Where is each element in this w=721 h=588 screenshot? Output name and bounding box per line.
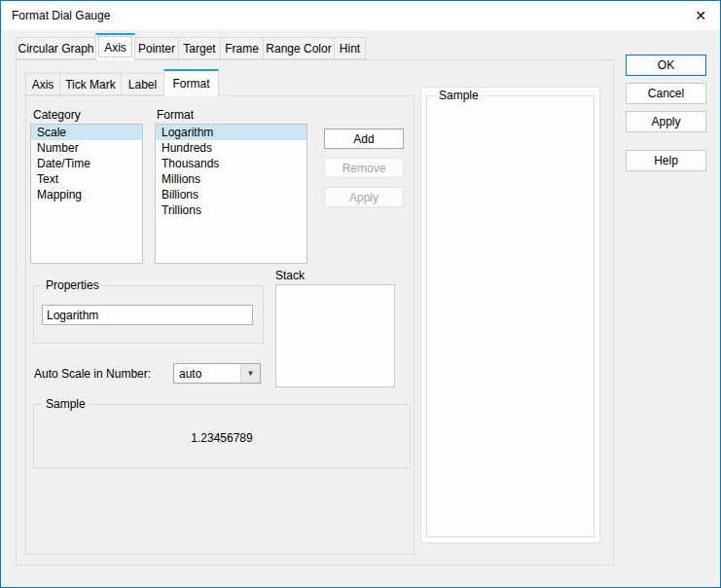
titlebar: Format Dial Gauge ✕ bbox=[1, 1, 720, 30]
tab-circular-graph[interactable]: Circular Graph bbox=[16, 37, 96, 59]
apply-format-button[interactable]: Apply bbox=[324, 187, 404, 207]
tab-label: Hint bbox=[340, 42, 360, 55]
tab-frame[interactable]: Frame bbox=[220, 37, 264, 59]
close-button[interactable]: ✕ bbox=[684, 1, 717, 29]
auto-scale-label: Auto Scale in Number: bbox=[34, 367, 151, 381]
subtab-label[interactable]: Label bbox=[121, 73, 164, 95]
cancel-button[interactable]: Cancel bbox=[626, 83, 706, 104]
properties-group-label: Properties bbox=[42, 278, 103, 292]
tab-label: Axis bbox=[104, 41, 126, 55]
properties-input[interactable] bbox=[42, 305, 253, 325]
apply-button[interactable]: Apply bbox=[626, 111, 706, 132]
preview-panel: Sample bbox=[420, 87, 600, 543]
auto-scale-value: auto bbox=[174, 367, 240, 381]
tab-label: Circular Graph bbox=[18, 42, 93, 55]
subtab-format[interactable]: Format bbox=[163, 69, 219, 96]
category-item[interactable]: Text bbox=[31, 171, 142, 187]
category-listbox[interactable]: Scale Number Date/Time Text Mapping bbox=[30, 124, 143, 264]
category-label: Category bbox=[33, 108, 81, 122]
sample-value: 1.23456789 bbox=[34, 431, 410, 445]
remove-button[interactable]: Remove bbox=[324, 158, 404, 178]
window-title: Format Dial Gauge bbox=[12, 1, 110, 30]
tab-label: Target bbox=[183, 42, 215, 55]
format-label: Format bbox=[157, 108, 194, 122]
help-button[interactable]: Help bbox=[626, 150, 706, 171]
tab-pointer[interactable]: Pointer bbox=[134, 37, 179, 59]
tab-label: Pointer bbox=[138, 42, 175, 55]
subtab-tick-mark[interactable]: Tick Mark bbox=[59, 73, 122, 95]
tab-range-color[interactable]: Range Color bbox=[263, 37, 335, 59]
format-listbox[interactable]: Logarithm Hundreds Thousands Millions Bi… bbox=[155, 124, 307, 264]
format-item[interactable]: Thousands bbox=[156, 156, 306, 171]
subtab-label: Axis bbox=[32, 78, 54, 92]
format-item[interactable]: Logarithm bbox=[156, 125, 306, 140]
tab-target[interactable]: Target bbox=[178, 37, 221, 59]
format-item[interactable]: Hundreds bbox=[156, 140, 306, 156]
main-tabstrip: Circular Graph Axis Pointer Target Frame… bbox=[16, 33, 365, 60]
chevron-down-icon[interactable]: ▼ bbox=[240, 364, 260, 383]
tab-label: Frame bbox=[225, 42, 259, 55]
ok-button[interactable]: OK bbox=[626, 55, 706, 76]
subtab-label: Format bbox=[172, 77, 209, 91]
auto-scale-select[interactable]: auto ▼ bbox=[173, 363, 261, 384]
add-button[interactable]: Add bbox=[324, 129, 404, 149]
category-item[interactable]: Date/Time bbox=[31, 156, 142, 171]
subtab-label: Label bbox=[128, 78, 157, 92]
format-item[interactable]: Trillions bbox=[156, 202, 306, 218]
preview-sample-group: Sample bbox=[426, 95, 595, 537]
category-item[interactable]: Mapping bbox=[31, 187, 142, 202]
stack-listbox[interactable] bbox=[275, 284, 395, 387]
subtab-label: Tick Mark bbox=[65, 78, 116, 92]
subtab-axis[interactable]: Axis bbox=[25, 73, 60, 95]
tab-hint[interactable]: Hint bbox=[334, 37, 366, 59]
tab-axis[interactable]: Axis bbox=[95, 33, 135, 60]
close-icon: ✕ bbox=[695, 8, 706, 23]
sample-group: Sample 1.23456789 bbox=[33, 404, 411, 468]
stack-label: Stack bbox=[275, 269, 305, 282]
category-item[interactable]: Number bbox=[31, 140, 142, 156]
category-item[interactable]: Scale bbox=[31, 125, 142, 140]
format-item[interactable]: Billions bbox=[156, 187, 306, 202]
preview-sample-label: Sample bbox=[435, 89, 483, 102]
sample-group-label: Sample bbox=[42, 397, 90, 411]
format-item[interactable]: Millions bbox=[156, 171, 306, 187]
axis-sub-tabstrip: Axis Tick Mark Label Format bbox=[25, 69, 218, 96]
format-dial-gauge-dialog: Format Dial Gauge ✕ Circular Graph Axis … bbox=[0, 0, 721, 588]
tab-label: Range Color bbox=[266, 42, 331, 55]
